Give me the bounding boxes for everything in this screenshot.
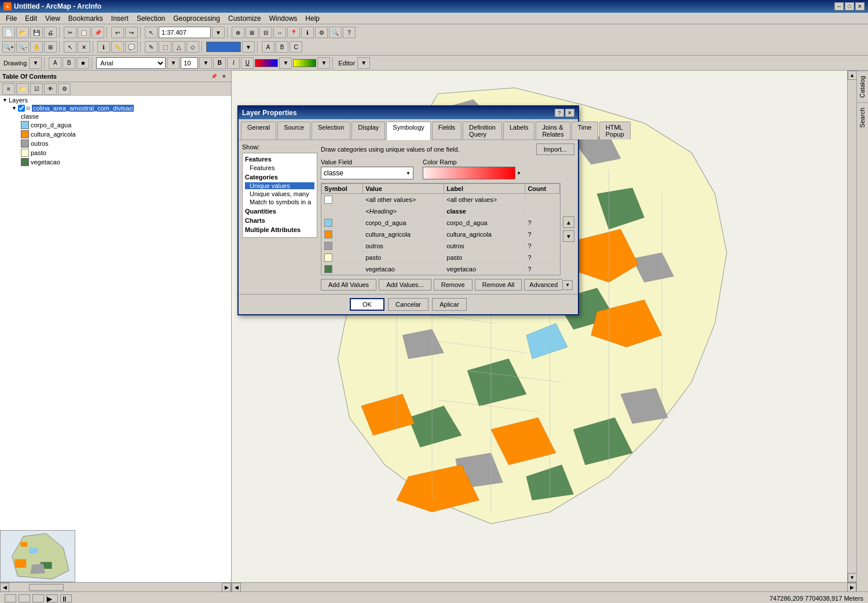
tool6[interactable]: ℹ	[301, 27, 314, 38]
map-v-scrollbar[interactable]: ▲ ▼	[847, 71, 856, 582]
advanced-dropdown-button[interactable]: ▼	[562, 280, 573, 290]
sidebar-tab-catalog[interactable]: Catalog	[857, 71, 868, 102]
sidebar-tab-search[interactable]: Search	[857, 102, 868, 133]
map-tips[interactable]: 💬	[125, 41, 138, 53]
dialog-close-btn[interactable]: ✕	[565, 109, 574, 117]
color-ramp-display[interactable]	[423, 167, 515, 179]
open-button[interactable]: 📂	[16, 27, 29, 38]
layer-name[interactable]: colina_area_amostral_com_divisao	[32, 105, 134, 112]
layer-visibility-check[interactable]	[18, 105, 25, 112]
scroll-left[interactable]: ◀	[0, 583, 9, 592]
tool8[interactable]: 🔍	[329, 27, 342, 38]
toc-close-btn[interactable]: ✕	[219, 72, 229, 81]
tool7[interactable]: ⚙	[315, 27, 328, 38]
font-name-select[interactable]: Arial	[96, 57, 166, 69]
new-button[interactable]: 📄	[2, 27, 15, 38]
italic-btn[interactable]: I	[227, 57, 240, 69]
tab-selection[interactable]: Selection	[312, 122, 350, 139]
import-button[interactable]: Import...	[536, 144, 574, 155]
tab-time[interactable]: Time	[572, 122, 598, 139]
dialog-help-btn[interactable]: ?	[555, 109, 564, 117]
tool4[interactable]: ↔	[273, 27, 286, 38]
font-color[interactable]	[255, 59, 278, 67]
map-scroll-right[interactable]: ▶	[847, 583, 856, 592]
table-row[interactable]: outros outros ?	[322, 240, 560, 252]
edit4[interactable]: ◇	[186, 41, 199, 53]
color-dropdown[interactable]: ▼	[242, 41, 255, 53]
color-ramp-arrow[interactable]: ▼	[517, 171, 521, 176]
tab-source[interactable]: Source	[277, 122, 310, 139]
fill-color[interactable]	[293, 59, 316, 67]
menu-view[interactable]: View	[42, 14, 64, 23]
apply-button[interactable]: Aplicar	[432, 298, 467, 311]
print-button[interactable]: 🖨	[44, 27, 57, 38]
drawing-dropdown[interactable]: ▼	[29, 57, 42, 69]
table-row[interactable]: vegetacao vegetacao ?	[322, 263, 560, 275]
scroll-thumb[interactable]	[29, 584, 64, 591]
layer-expand-icon[interactable]: ▼	[12, 105, 17, 111]
toc-vis-btn[interactable]: 👁	[44, 83, 57, 95]
toc-sel-btn[interactable]: ☑	[30, 83, 43, 95]
advanced-main-button[interactable]: Advanced	[524, 279, 562, 291]
menu-insert[interactable]: Insert	[108, 14, 132, 23]
status-play-btn[interactable]: ▶	[46, 594, 58, 602]
clear-sel-btn[interactable]: ✕	[78, 41, 90, 53]
toc-layer-main[interactable]: ▼ ⊞ colina_area_amostral_com_divisao	[0, 104, 231, 112]
ok-button[interactable]: OK	[350, 298, 384, 311]
toc-options-btn[interactable]: ⚙	[58, 83, 71, 95]
tab-definition-query[interactable]: Definition Query	[463, 122, 502, 139]
underline-btn[interactable]: U	[241, 57, 254, 69]
map-scroll-down[interactable]: ▼	[848, 573, 857, 582]
map-scroll-track[interactable]	[241, 583, 847, 592]
font-size-input[interactable]: 10	[181, 57, 198, 69]
menu-geoprocessing[interactable]: Geoprocessing	[170, 14, 224, 23]
minimize-button[interactable]: ─	[834, 2, 844, 10]
maximize-button[interactable]: □	[845, 2, 854, 10]
map-scroll-up[interactable]: ▲	[848, 71, 857, 80]
tool9[interactable]: ?	[343, 27, 356, 38]
tool-c[interactable]: C	[290, 41, 302, 53]
menu-selection[interactable]: Selection	[133, 14, 169, 23]
copy-button[interactable]: 📋	[78, 27, 90, 38]
value-field-select[interactable]: classe ▼	[321, 167, 413, 179]
tab-html-popup[interactable]: HTML Popup	[599, 122, 631, 139]
status-pause-btn[interactable]: ⏸	[60, 594, 72, 602]
redo-button[interactable]: ↪	[125, 27, 138, 38]
draw-tool-1[interactable]: A	[49, 57, 61, 69]
remove-all-button[interactable]: Remove All	[475, 279, 522, 291]
menu-customize[interactable]: Customize	[225, 14, 265, 23]
tool2[interactable]: ⊞	[246, 27, 258, 38]
table-row[interactable]: <all other values> <all other values>	[322, 194, 560, 205]
draw-tool-3[interactable]: ■	[76, 57, 89, 69]
save-button[interactable]: 💾	[30, 27, 43, 38]
move-up-button[interactable]: ▲	[563, 216, 574, 228]
toc-sources-btn[interactable]: 📁	[16, 83, 29, 95]
table-row[interactable]: cultura_agricola cultura_agricola ?	[322, 229, 560, 240]
tab-general[interactable]: General	[241, 122, 276, 139]
full-extent-btn[interactable]: ⊞	[44, 41, 57, 53]
color-swatch[interactable]	[206, 42, 241, 52]
bold-btn[interactable]: B	[213, 57, 226, 69]
cut-button[interactable]: ✂	[64, 27, 76, 38]
close-button[interactable]: ✕	[855, 2, 865, 10]
id-btn[interactable]: ℹ	[97, 41, 110, 53]
map-h-scrollbar[interactable]: ◀ ▶	[232, 582, 856, 591]
table-row[interactable]: pasto pasto ?	[322, 252, 560, 263]
font-dropdown[interactable]: ▼	[167, 57, 180, 69]
add-values-button[interactable]: Add Values...	[379, 279, 431, 291]
table-row[interactable]: corpo_d_agua corpo_d_agua ?	[322, 217, 560, 229]
tool3[interactable]: ⊟	[259, 27, 272, 38]
add-all-values-button[interactable]: Add All Values	[321, 279, 376, 291]
menu-help[interactable]: Help	[302, 14, 323, 23]
menu-windows[interactable]: Windows	[266, 14, 301, 23]
tool1[interactable]: ⊕	[232, 27, 244, 38]
measure-btn[interactable]: 📏	[111, 41, 124, 53]
zoom-in-btn[interactable]: 🔍+	[2, 41, 15, 53]
zoom-out-btn[interactable]: 🔍-	[16, 41, 29, 53]
tab-labels[interactable]: Labels	[503, 122, 534, 139]
map-v-track[interactable]	[848, 80, 857, 573]
remove-button[interactable]: Remove	[434, 279, 473, 291]
pointer-button[interactable]: ↖	[145, 27, 158, 38]
pan-btn[interactable]: ✋	[30, 41, 43, 53]
edit3[interactable]: △	[173, 41, 185, 53]
